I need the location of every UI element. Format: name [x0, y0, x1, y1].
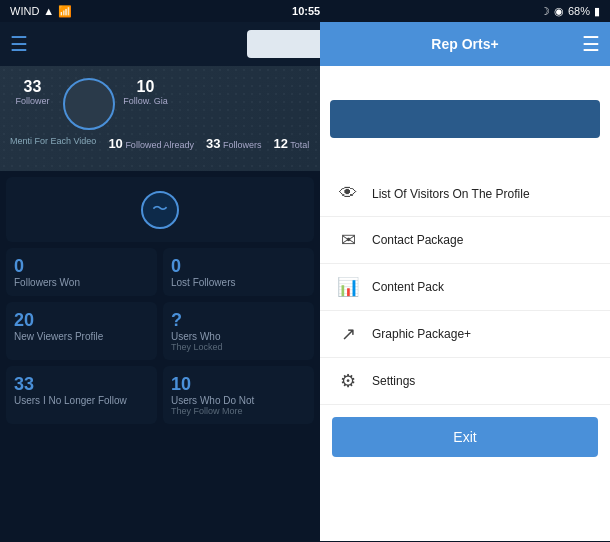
- follower-label: Follower: [10, 96, 55, 106]
- stat-users-locked[interactable]: ? Users Who They Locked: [163, 302, 314, 360]
- report-title: Rep Orts+: [431, 36, 498, 52]
- mentions-label: Menti For Each Video: [10, 136, 96, 151]
- stat-lost-followers[interactable]: 0 Lost Followers: [163, 248, 314, 296]
- menu-item-contact-label: Contact Package: [372, 233, 463, 247]
- lost-followers-num: 0: [171, 256, 306, 277]
- signal-icon: 📶: [58, 5, 72, 18]
- battery-text: 68%: [568, 5, 590, 17]
- dropdown-menu: 👁 List Of Visitors On The Profile ✉ Cont…: [320, 171, 610, 541]
- following-count: 10: [123, 78, 168, 96]
- stat-total: 12 Total: [273, 136, 309, 151]
- avatar: [63, 78, 115, 130]
- do-not-follow-sub: They Follow More: [171, 406, 306, 416]
- menu-item-visitors[interactable]: 👁 List Of Visitors On The Profile: [320, 171, 610, 217]
- stat-new-viewers[interactable]: 20 New Viewers Profile: [6, 302, 157, 360]
- status-left: WIND ▲ 📶: [10, 5, 72, 18]
- carrier-text: WIND: [10, 5, 39, 17]
- menu-item-visitors-label: List Of Visitors On The Profile: [372, 187, 530, 201]
- do-not-follow-num: 10: [171, 374, 306, 395]
- menu-search-box[interactable]: [330, 100, 600, 138]
- followers-won-label: Followers Won: [14, 277, 149, 288]
- gear-icon: ⚙: [336, 370, 360, 392]
- new-viewers-label: New Viewers Profile: [14, 331, 149, 342]
- exit-button[interactable]: Exit: [332, 417, 598, 457]
- moon-icon: ☽: [540, 5, 550, 18]
- right-panel-header: Rep Orts+ ☰: [320, 22, 610, 66]
- new-viewers-num: 20: [14, 310, 149, 331]
- stat-no-longer-follow[interactable]: 33 Users I No Longer Follow: [6, 366, 157, 424]
- menu-item-contact[interactable]: ✉ Contact Package: [320, 217, 610, 264]
- status-bar: WIND ▲ 📶 10:55 ☽ ◉ 68% ▮: [0, 0, 610, 22]
- hamburger-menu-right[interactable]: ☰: [582, 32, 600, 56]
- users-locked-sub: They Locked: [171, 342, 306, 352]
- wifi-icon: ▲: [43, 5, 54, 17]
- menu-item-content-label: Content Pack: [372, 280, 444, 294]
- stat-followed: 10 Followed Already: [108, 136, 194, 151]
- following-label: Follow. Gia: [123, 96, 168, 106]
- status-time: 10:55: [292, 5, 320, 17]
- profile-section: 33 Follower 10 Follow. Gia Menti For Eac…: [0, 66, 610, 171]
- menu-item-settings[interactable]: ⚙ Settings: [320, 358, 610, 405]
- menu-item-settings-label: Settings: [372, 374, 415, 388]
- menu-item-content[interactable]: 📊 Content Pack: [320, 264, 610, 311]
- stat-followers-won[interactable]: 0 Followers Won: [6, 248, 157, 296]
- location-icon: ◉: [554, 5, 564, 18]
- lost-followers-label: Lost Followers: [171, 277, 306, 288]
- chart-icon: 📊: [336, 276, 360, 298]
- stat-do-not-follow[interactable]: 10 Users Who Do Not They Follow More: [163, 366, 314, 424]
- follower-count: 33: [10, 78, 55, 96]
- activity-pulse-icon: 〜: [141, 191, 179, 229]
- hamburger-menu-left[interactable]: ☰: [10, 32, 28, 56]
- contact-icon: ✉: [336, 229, 360, 251]
- arrow-up-icon: ↗: [336, 323, 360, 345]
- menu-item-graphic[interactable]: ↗ Graphic Package+: [320, 311, 610, 358]
- followers-won-num: 0: [14, 256, 149, 277]
- users-locked-num: ?: [171, 310, 306, 331]
- do-not-follow-label: Users Who Do Not: [171, 395, 306, 406]
- no-longer-follow-num: 33: [14, 374, 149, 395]
- menu-item-graphic-label: Graphic Package+: [372, 327, 471, 341]
- activity-box: 〜: [6, 177, 314, 242]
- battery-icon: ▮: [594, 5, 600, 18]
- no-longer-follow-label: Users I No Longer Follow: [14, 395, 149, 406]
- status-right: ☽ ◉ 68% ▮: [540, 5, 600, 18]
- users-locked-label: Users Who: [171, 331, 306, 342]
- eye-icon: 👁: [336, 183, 360, 204]
- stat-followers: 33 Followers: [206, 136, 262, 151]
